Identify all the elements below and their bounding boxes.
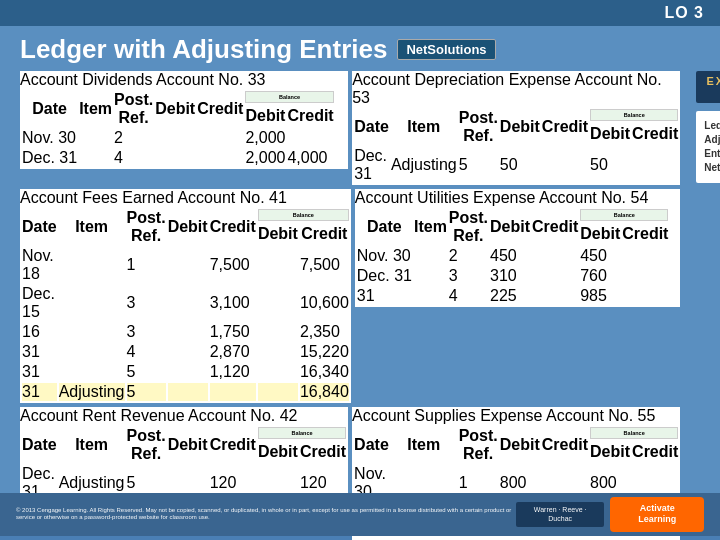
dividends-block: Account Dividends Account No. 33 Date It… bbox=[20, 71, 348, 185]
ledger-row-2: Account Fees Earned Account No. 41 Date … bbox=[20, 189, 680, 403]
header-section: Ledger with Adjusting Entries NetSolutio… bbox=[0, 26, 720, 71]
activate-learning-button[interactable]: Activate Learning bbox=[610, 497, 704, 532]
dividends-table: Date Item Post.Ref. Debit Credit Balance… bbox=[20, 89, 336, 169]
lo-label: LO 3 bbox=[0, 0, 720, 26]
footer-copyright: © 2013 Cengage Learning. All Rights Rese… bbox=[16, 507, 516, 523]
utilities-block: Account Utilities Expense Account No. 54… bbox=[355, 189, 681, 403]
lo-text: LO 3 bbox=[664, 4, 704, 21]
ledger-area: Account Dividends Account No. 33 Date It… bbox=[20, 71, 680, 521]
footer-right: Warren · Reeve · Duchac Activate Learnin… bbox=[516, 497, 704, 532]
fees-earned-header: Account Fees Earned Account No. 41 bbox=[20, 189, 351, 207]
utilities-header: Account Utilities Expense Account No. 54 bbox=[355, 189, 681, 207]
footer: © 2013 Cengage Learning. All Rights Rese… bbox=[0, 493, 720, 536]
rent-revenue-header: Account Rent Revenue Account No. 42 bbox=[20, 407, 348, 425]
supplies-header: Account Supplies Expense Account No. 55 bbox=[352, 407, 680, 425]
ledger-row-1: Account Dividends Account No. 33 Date It… bbox=[20, 71, 680, 185]
body-layout: Account Dividends Account No. 33 Date It… bbox=[0, 71, 720, 521]
fees-earned-block: Account Fees Earned Account No. 41 Date … bbox=[20, 189, 351, 403]
author-badge: Warren · Reeve · Duchac bbox=[516, 502, 604, 528]
depreciation-header: Account Depreciation Expense Account No.… bbox=[352, 71, 680, 107]
utilities-table: Date Item Post.Ref. Debit Credit Balance… bbox=[355, 207, 671, 307]
right-panel: EXHIBIT 10 Ledger with Adjusting Entries… bbox=[696, 71, 720, 521]
netsolutions-badge: NetSolutions bbox=[397, 39, 495, 60]
exhibit-description: Ledger with Adjusting Entries—NetSolutio… bbox=[696, 111, 720, 183]
dividends-header: Account Dividends Account No. 33 bbox=[20, 71, 348, 89]
depreciation-block: Account Depreciation Expense Account No.… bbox=[352, 71, 680, 185]
exhibit-label: EXHIBIT 10 bbox=[696, 71, 720, 103]
fees-earned-table: Date Item Post.Ref. Debit Credit Balance… bbox=[20, 207, 351, 403]
page-title: Ledger with Adjusting Entries bbox=[20, 34, 387, 65]
main-content: Ledger with Adjusting Entries NetSolutio… bbox=[0, 26, 720, 536]
depreciation-table: Date Item Post.Ref. Debit Credit Balance… bbox=[352, 107, 680, 185]
rent-revenue-table: Date Item Post.Ref. Debit Credit Balance… bbox=[20, 425, 348, 503]
